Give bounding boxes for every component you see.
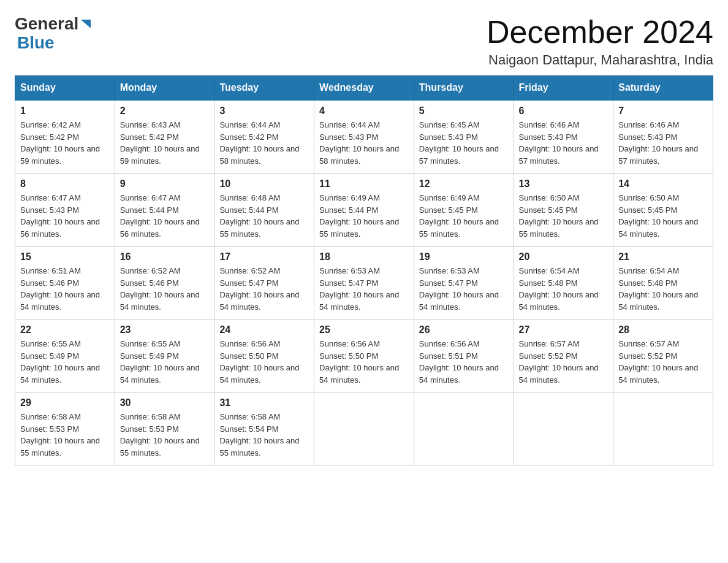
- calendar-day-cell: 23 Sunrise: 6:55 AM Sunset: 5:49 PM Dayl…: [115, 320, 214, 393]
- sunset-label: Sunset: 5:52 PM: [618, 351, 677, 361]
- sunrise-label: Sunrise: 6:51 AM: [20, 266, 81, 275]
- day-number: 6: [519, 105, 609, 117]
- daylight-label: Daylight: 10 hours and 54 minutes.: [419, 363, 499, 385]
- sunset-label: Sunset: 5:52 PM: [519, 351, 578, 361]
- daylight-label: Daylight: 10 hours and 55 minutes.: [319, 217, 399, 239]
- day-info: Sunrise: 6:53 AM Sunset: 5:47 PM Dayligh…: [319, 265, 409, 313]
- daylight-label: Daylight: 10 hours and 54 minutes.: [319, 363, 399, 385]
- sunrise-label: Sunrise: 6:58 AM: [20, 412, 81, 421]
- calendar-day-cell: 8 Sunrise: 6:47 AM Sunset: 5:43 PM Dayli…: [15, 174, 115, 247]
- calendar-day-cell: 1 Sunrise: 6:42 AM Sunset: 5:42 PM Dayli…: [15, 100, 115, 174]
- day-number: 16: [120, 251, 210, 262]
- day-number: 4: [319, 105, 409, 117]
- daylight-label: Daylight: 10 hours and 55 minutes.: [519, 217, 599, 239]
- sunrise-label: Sunrise: 6:49 AM: [319, 193, 380, 202]
- calendar-day-cell: 21 Sunrise: 6:54 AM Sunset: 5:48 PM Dayl…: [613, 247, 713, 320]
- sunset-label: Sunset: 5:51 PM: [419, 351, 478, 361]
- sunrise-label: Sunrise: 6:50 AM: [519, 193, 580, 202]
- day-number: 9: [120, 178, 210, 190]
- day-number: 23: [120, 324, 210, 335]
- calendar-day-cell: 17 Sunrise: 6:52 AM Sunset: 5:47 PM Dayl…: [214, 247, 314, 320]
- calendar-day-cell: [514, 393, 613, 465]
- day-info: Sunrise: 6:56 AM Sunset: 5:50 PM Dayligh…: [219, 338, 309, 386]
- daylight-label: Daylight: 10 hours and 59 minutes.: [120, 144, 200, 166]
- calendar-day-cell: 13 Sunrise: 6:50 AM Sunset: 5:45 PM Dayl…: [514, 174, 613, 247]
- calendar-week-row: 15 Sunrise: 6:51 AM Sunset: 5:46 PM Dayl…: [15, 247, 713, 320]
- day-number: 12: [419, 178, 509, 190]
- daylight-label: Daylight: 10 hours and 54 minutes.: [20, 290, 100, 312]
- calendar-day-cell: 22 Sunrise: 6:55 AM Sunset: 5:49 PM Dayl…: [15, 320, 115, 393]
- day-info: Sunrise: 6:52 AM Sunset: 5:46 PM Dayligh…: [120, 265, 210, 313]
- day-number: 5: [419, 105, 509, 117]
- day-number: 11: [319, 178, 409, 190]
- calendar-day-cell: 11 Sunrise: 6:49 AM Sunset: 5:44 PM Dayl…: [314, 174, 414, 247]
- sunrise-label: Sunrise: 6:49 AM: [419, 193, 480, 202]
- daylight-label: Daylight: 10 hours and 54 minutes.: [618, 363, 698, 385]
- calendar-day-cell: 16 Sunrise: 6:52 AM Sunset: 5:46 PM Dayl…: [115, 247, 214, 320]
- calendar-day-cell: 12 Sunrise: 6:49 AM Sunset: 5:45 PM Dayl…: [414, 174, 514, 247]
- sunset-label: Sunset: 5:54 PM: [219, 424, 278, 434]
- sunset-label: Sunset: 5:43 PM: [419, 132, 478, 142]
- sunrise-label: Sunrise: 6:46 AM: [519, 120, 580, 129]
- sunrise-label: Sunrise: 6:52 AM: [219, 266, 280, 275]
- calendar-day-cell: 29 Sunrise: 6:58 AM Sunset: 5:53 PM Dayl…: [15, 393, 115, 465]
- sunrise-label: Sunrise: 6:52 AM: [120, 266, 181, 275]
- day-number: 24: [219, 324, 309, 335]
- day-number: 13: [519, 178, 609, 190]
- day-info: Sunrise: 6:45 AM Sunset: 5:43 PM Dayligh…: [419, 119, 509, 167]
- sunrise-label: Sunrise: 6:53 AM: [319, 266, 380, 275]
- page-header: General Blue December 2024 Naigaon Datta…: [15, 15, 713, 68]
- day-info: Sunrise: 6:54 AM Sunset: 5:48 PM Dayligh…: [618, 265, 708, 313]
- day-info: Sunrise: 6:43 AM Sunset: 5:42 PM Dayligh…: [120, 119, 210, 167]
- daylight-label: Daylight: 10 hours and 58 minutes.: [319, 144, 399, 166]
- sunset-label: Sunset: 5:50 PM: [319, 351, 378, 361]
- day-info: Sunrise: 6:57 AM Sunset: 5:52 PM Dayligh…: [618, 338, 708, 386]
- daylight-label: Daylight: 10 hours and 57 minutes.: [519, 144, 599, 166]
- day-info: Sunrise: 6:56 AM Sunset: 5:50 PM Dayligh…: [319, 338, 409, 386]
- calendar-week-row: 22 Sunrise: 6:55 AM Sunset: 5:49 PM Dayl…: [15, 320, 713, 393]
- sunset-label: Sunset: 5:49 PM: [120, 351, 179, 361]
- sunset-label: Sunset: 5:46 PM: [20, 278, 79, 288]
- calendar-day-header: Tuesday: [214, 76, 314, 101]
- sunrise-label: Sunrise: 6:46 AM: [618, 120, 679, 129]
- day-info: Sunrise: 6:51 AM Sunset: 5:46 PM Dayligh…: [20, 265, 110, 313]
- sunset-label: Sunset: 5:48 PM: [519, 278, 578, 288]
- sunrise-label: Sunrise: 6:58 AM: [219, 412, 280, 421]
- daylight-label: Daylight: 10 hours and 54 minutes.: [319, 290, 399, 312]
- logo-arrow-icon: [80, 17, 93, 31]
- calendar-day-cell: [414, 393, 514, 465]
- sunset-label: Sunset: 5:53 PM: [20, 424, 79, 434]
- daylight-label: Daylight: 10 hours and 55 minutes.: [419, 217, 499, 239]
- sunset-label: Sunset: 5:47 PM: [319, 278, 378, 288]
- calendar-day-cell: 2 Sunrise: 6:43 AM Sunset: 5:42 PM Dayli…: [115, 100, 214, 174]
- calendar-day-header: Thursday: [414, 76, 514, 101]
- calendar-day-cell: 4 Sunrise: 6:44 AM Sunset: 5:43 PM Dayli…: [314, 100, 414, 174]
- calendar-day-cell: 19 Sunrise: 6:53 AM Sunset: 5:47 PM Dayl…: [414, 247, 514, 320]
- sunset-label: Sunset: 5:48 PM: [618, 278, 677, 288]
- sunrise-label: Sunrise: 6:54 AM: [618, 266, 679, 275]
- day-info: Sunrise: 6:50 AM Sunset: 5:45 PM Dayligh…: [618, 192, 708, 240]
- sunrise-label: Sunrise: 6:42 AM: [20, 120, 81, 129]
- daylight-label: Daylight: 10 hours and 58 minutes.: [219, 144, 299, 166]
- daylight-label: Daylight: 10 hours and 54 minutes.: [219, 290, 299, 312]
- day-number: 2: [120, 105, 210, 117]
- day-info: Sunrise: 6:56 AM Sunset: 5:51 PM Dayligh…: [419, 338, 509, 386]
- day-info: Sunrise: 6:44 AM Sunset: 5:42 PM Dayligh…: [219, 119, 309, 167]
- calendar-day-cell: 14 Sunrise: 6:50 AM Sunset: 5:45 PM Dayl…: [613, 174, 713, 247]
- sunset-label: Sunset: 5:43 PM: [20, 205, 79, 215]
- day-number: 21: [618, 251, 708, 262]
- sunrise-label: Sunrise: 6:57 AM: [519, 339, 580, 348]
- day-info: Sunrise: 6:55 AM Sunset: 5:49 PM Dayligh…: [120, 338, 210, 386]
- day-number: 18: [319, 251, 409, 262]
- sunrise-label: Sunrise: 6:53 AM: [419, 266, 480, 275]
- day-number: 19: [419, 251, 509, 262]
- day-info: Sunrise: 6:58 AM Sunset: 5:53 PM Dayligh…: [120, 411, 210, 459]
- day-info: Sunrise: 6:58 AM Sunset: 5:54 PM Dayligh…: [219, 411, 309, 459]
- logo: General Blue: [15, 15, 95, 53]
- day-info: Sunrise: 6:55 AM Sunset: 5:49 PM Dayligh…: [20, 338, 110, 386]
- daylight-label: Daylight: 10 hours and 55 minutes.: [219, 217, 299, 239]
- calendar-day-header: Sunday: [15, 76, 115, 101]
- page-title: December 2024: [487, 15, 713, 50]
- sunset-label: Sunset: 5:43 PM: [319, 132, 378, 142]
- sunset-label: Sunset: 5:42 PM: [120, 132, 179, 142]
